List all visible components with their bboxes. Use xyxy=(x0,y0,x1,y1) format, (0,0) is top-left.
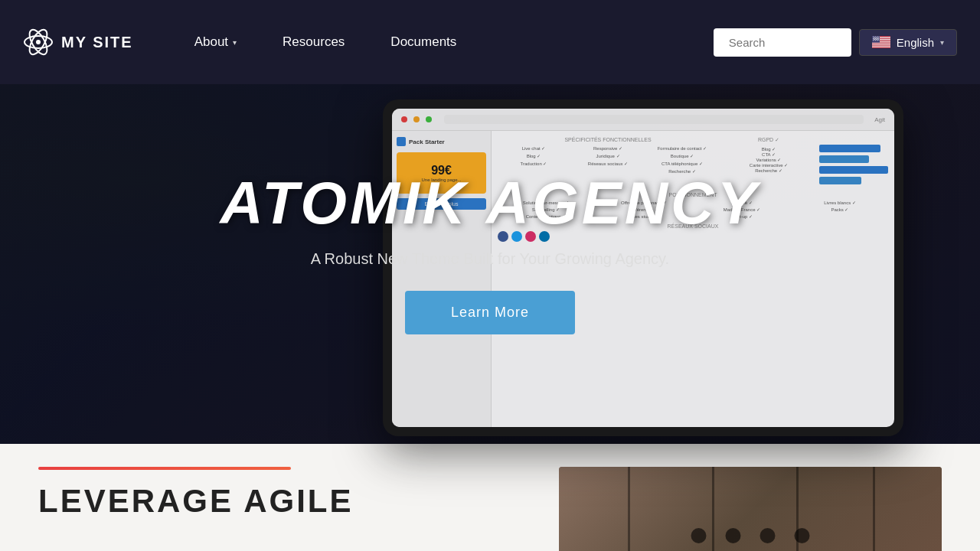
svg-point-23 xyxy=(873,38,874,39)
svg-point-14 xyxy=(875,37,876,37)
image-dot-3 xyxy=(760,528,776,543)
svg-point-20 xyxy=(876,37,877,38)
svg-point-26 xyxy=(876,38,877,39)
svg-point-39 xyxy=(878,40,879,41)
nav-right: English ▾ xyxy=(714,28,957,57)
svg-point-13 xyxy=(874,37,874,37)
svg-point-22 xyxy=(878,37,879,38)
accent-line xyxy=(38,467,291,470)
svg-point-37 xyxy=(876,40,877,41)
hero-content: ATOMIK AGENCY A Robust New Theme Built f… xyxy=(220,109,760,334)
nav-about[interactable]: About ▾ xyxy=(172,27,260,57)
svg-point-31 xyxy=(876,39,877,40)
nav-documents[interactable]: Documents xyxy=(368,27,479,57)
svg-point-27 xyxy=(877,38,878,39)
svg-point-34 xyxy=(873,40,874,41)
svg-point-25 xyxy=(875,38,876,39)
image-dot-2 xyxy=(726,528,741,543)
svg-point-18 xyxy=(874,37,874,38)
svg-point-33 xyxy=(878,39,879,40)
nav-resources-label: Resources xyxy=(283,34,345,50)
svg-point-24 xyxy=(874,38,874,39)
learn-more-button[interactable]: Learn More xyxy=(405,291,575,334)
svg-point-15 xyxy=(876,37,877,37)
nav-links: About ▾ Resources Documents xyxy=(172,27,714,57)
svg-point-32 xyxy=(877,39,877,40)
svg-point-38 xyxy=(877,40,878,41)
hero-subtitle: A Robust New Theme Built for Your Growin… xyxy=(220,250,760,268)
svg-rect-8 xyxy=(872,43,890,44)
navbar: MY SITE About ▾ Resources Documents xyxy=(0,0,980,84)
logo-text: MY SITE xyxy=(61,34,133,51)
svg-point-3 xyxy=(36,40,41,44)
about-chevron-icon: ▾ xyxy=(233,38,237,47)
nav-resources[interactable]: Resources xyxy=(260,27,368,57)
svg-point-12 xyxy=(873,37,874,37)
svg-point-35 xyxy=(874,40,874,41)
search-input[interactable] xyxy=(714,28,851,57)
hero-title: ATOMIK AGENCY xyxy=(220,171,760,236)
bottom-title: LEVERAGE AGILE xyxy=(38,485,528,517)
svg-point-29 xyxy=(874,39,874,40)
language-label: English xyxy=(897,36,934,49)
svg-point-30 xyxy=(874,39,875,40)
nav-about-label: About xyxy=(194,34,228,50)
atom-icon xyxy=(23,27,54,57)
svg-rect-10 xyxy=(872,47,890,47)
svg-point-17 xyxy=(878,37,879,37)
flag-icon xyxy=(872,36,890,48)
svg-point-16 xyxy=(877,37,878,37)
bottom-section: LEVERAGE AGILE xyxy=(0,444,980,551)
bottom-left: LEVERAGE AGILE xyxy=(38,467,528,517)
svg-point-19 xyxy=(874,37,875,38)
svg-point-21 xyxy=(877,37,877,38)
bottom-image-dots xyxy=(691,528,810,543)
language-chevron-icon: ▾ xyxy=(940,38,944,47)
site-logo[interactable]: MY SITE xyxy=(23,27,133,57)
svg-rect-9 xyxy=(872,44,890,45)
language-selector[interactable]: English ▾ xyxy=(859,29,957,56)
nav-documents-label: Documents xyxy=(390,34,456,50)
image-dot-1 xyxy=(691,528,707,543)
bottom-image xyxy=(559,467,942,551)
svg-point-36 xyxy=(875,40,876,41)
svg-point-28 xyxy=(878,38,879,39)
